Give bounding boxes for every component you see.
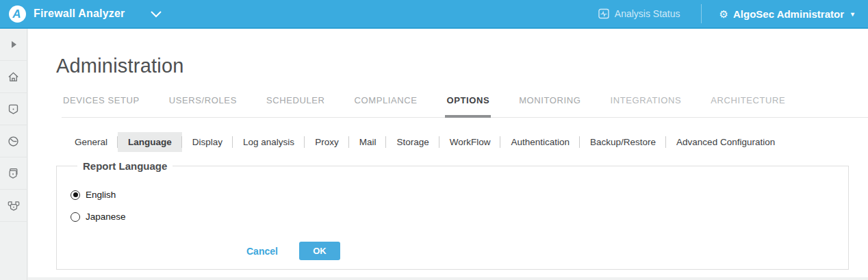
- app-switcher-chevron-down-icon[interactable]: [150, 10, 162, 18]
- device-group-icon: [7, 167, 20, 180]
- main-tabs: DEVICES SETUP USERS/ROLES SCHEDULER COMP…: [62, 95, 868, 118]
- device-icon: [7, 103, 20, 116]
- sidebar-item-history[interactable]: [0, 125, 27, 157]
- tab-monitoring[interactable]: MONITORING: [518, 95, 582, 118]
- tab-options[interactable]: OPTIONS: [445, 95, 491, 118]
- top-bar: A Firewall Analyzer Analysis Status ⚙ Al…: [0, 0, 868, 29]
- gear-icon: ⚙: [719, 9, 728, 19]
- subtab-storage[interactable]: Storage: [386, 132, 439, 152]
- radio-button-english[interactable]: [71, 190, 80, 200]
- radio-option-japanese[interactable]: Japanese: [71, 212, 848, 222]
- logo-letter: A: [12, 8, 21, 20]
- tab-users-roles[interactable]: USERS/ROLES: [168, 95, 238, 118]
- page-title: Administration: [56, 55, 868, 77]
- subtab-proxy[interactable]: Proxy: [305, 132, 349, 152]
- topbar-divider: [701, 4, 702, 23]
- subtab-display[interactable]: Display: [182, 132, 233, 152]
- subtab-mail[interactable]: Mail: [349, 132, 387, 152]
- subtab-workflow[interactable]: WorkFlow: [439, 132, 501, 152]
- tab-integrations[interactable]: INTEGRATIONS: [609, 95, 682, 118]
- subtab-backup-restore[interactable]: Backup/Restore: [580, 132, 666, 152]
- tab-compliance[interactable]: COMPLIANCE: [353, 95, 419, 118]
- tab-scheduler[interactable]: SCHEDULER: [265, 95, 327, 118]
- algosec-logo-icon: A: [9, 5, 26, 23]
- ok-button[interactable]: OK: [299, 242, 340, 260]
- matrix-devices-icon: [7, 199, 21, 212]
- sidebar-item-devices[interactable]: [0, 93, 27, 125]
- sidebar-item-matrix[interactable]: [0, 190, 27, 222]
- sidebar-item-home[interactable]: [0, 61, 27, 93]
- radio-label-japanese: Japanese: [86, 212, 126, 222]
- report-language-legend: Report Language: [77, 160, 173, 172]
- left-sidebar: [0, 29, 27, 280]
- app-title: Firewall Analyzer: [34, 8, 125, 20]
- user-menu-button[interactable]: ⚙ AlgoSec Administrator ▾: [719, 8, 854, 20]
- report-language-panel: Report Language English Japanese Cancel …: [56, 160, 849, 270]
- user-menu-caret-down-icon: ▾: [851, 10, 854, 18]
- main-content: Administration DEVICES SETUP USERS/ROLES…: [28, 29, 868, 277]
- tab-architecture[interactable]: ARCHITECTURE: [709, 95, 787, 118]
- options-subtabs: General Language Display Log analysis Pr…: [64, 132, 868, 152]
- analysis-status-label: Analysis Status: [615, 8, 680, 19]
- subtab-general[interactable]: General: [64, 132, 118, 152]
- subtab-language[interactable]: Language: [118, 132, 182, 152]
- button-row: Cancel OK: [246, 242, 848, 260]
- user-menu-label: AlgoSec Administrator: [733, 8, 844, 20]
- radio-button-japanese[interactable]: [71, 212, 80, 222]
- radio-option-english[interactable]: English: [71, 190, 848, 200]
- app-window: A Firewall Analyzer Analysis Status ⚙ Al…: [0, 0, 868, 280]
- home-icon: [7, 71, 20, 84]
- analysis-status-button[interactable]: Analysis Status: [598, 8, 680, 19]
- tab-devices-setup[interactable]: DEVICES SETUP: [62, 95, 141, 118]
- subtab-log-analysis[interactable]: Log analysis: [233, 132, 305, 152]
- sidebar-item-device-group[interactable]: [0, 157, 27, 190]
- radio-label-english: English: [86, 190, 116, 200]
- sidebar-expand-button[interactable]: [0, 29, 27, 61]
- history-clock-icon: [7, 135, 20, 148]
- analysis-status-icon: [598, 8, 609, 19]
- subtab-advanced-configuration[interactable]: Advanced Configuration: [666, 132, 785, 152]
- subtab-authentication[interactable]: Authentication: [500, 132, 580, 152]
- cancel-button[interactable]: Cancel: [246, 246, 278, 257]
- expand-arrow-icon: [8, 38, 20, 51]
